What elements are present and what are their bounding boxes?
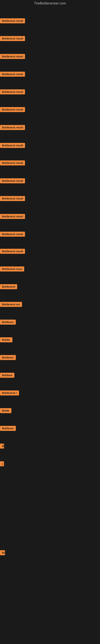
bottleneck-badge[interactable]: Bottleneck result [0, 160, 25, 166]
bottleneck-badge[interactable]: Bottleneck [0, 284, 17, 289]
bottleneck-item[interactable]: Bottleneck result [0, 160, 25, 166]
bottleneck-item[interactable]: B [0, 444, 4, 450]
bottleneck-badge[interactable]: Bottleneck res [0, 302, 22, 307]
bottleneck-item[interactable]: Bottleneck result [0, 36, 25, 42]
bottleneck-badge[interactable]: B [0, 444, 4, 448]
bottleneck-badge[interactable]: Bottleneck result [0, 36, 25, 41]
bottleneck-badge[interactable]: Bottle [0, 408, 11, 413]
bottleneck-item[interactable]: Bottleneck result [0, 214, 25, 220]
bottleneck-item[interactable]: Bottleneck [0, 284, 17, 290]
bottleneck-item[interactable]: Bo [0, 550, 5, 556]
bottleneck-item[interactable]: Bottle [0, 408, 11, 414]
bottleneck-badge[interactable]: Bottler [0, 337, 12, 342]
bottleneck-badge[interactable]: Bottleneck result [0, 107, 25, 112]
bottleneck-badge[interactable]: Bottlene [0, 373, 14, 378]
bottleneck-item[interactable]: Bottleneck result [0, 249, 25, 254]
bottleneck-badge[interactable]: | [0, 461, 4, 466]
bottleneck-badge[interactable]: Bottlenec [0, 355, 16, 360]
bottleneck-badge[interactable]: Bottleneck r [0, 390, 19, 396]
bottleneck-item[interactable]: Bottleneck result [0, 89, 25, 95]
bottleneck-item[interactable]: Bottleneck result [0, 196, 25, 202]
bottleneck-badge[interactable]: Bottleneck result [0, 178, 25, 183]
bottleneck-item[interactable]: Bottleneck result [0, 54, 25, 60]
bottleneck-badge[interactable]: Bottleneck result [0, 89, 25, 94]
bottleneck-badge[interactable]: Bottlenec [0, 320, 16, 324]
bottleneck-item[interactable]: Bottleneck result [0, 143, 25, 149]
site-title: TheBottlenecker.com [0, 0, 100, 7]
bottleneck-badge[interactable]: Bottleneck result [0, 18, 25, 23]
bottleneck-item[interactable]: Bottler [0, 337, 12, 343]
bottleneck-item[interactable]: Bottleneck resul [0, 266, 24, 272]
bottleneck-badge[interactable]: Bottleneck resul [0, 266, 24, 272]
bottleneck-badge[interactable]: Bottleneck result [0, 72, 25, 77]
bottleneck-item[interactable]: Bottleneck result [0, 107, 25, 113]
bottleneck-item[interactable]: Bottleneck result [0, 18, 25, 24]
bottleneck-item[interactable]: Bottlenec [0, 355, 16, 361]
bottleneck-badge[interactable]: Bottleneck result [0, 249, 25, 254]
bottleneck-item[interactable]: Bottleneck r [0, 390, 19, 396]
bottleneck-item[interactable]: Bottleneck res [0, 302, 22, 308]
bottleneck-badge[interactable]: Bottleneck result [0, 54, 25, 59]
bottleneck-badge[interactable]: Bottleneck result [0, 232, 25, 237]
bottleneck-list: Bottleneck resultBottleneck resultBottle… [0, 7, 100, 644]
bottleneck-badge[interactable]: Bottleneck result [0, 214, 25, 219]
bottleneck-badge[interactable]: Bottleneck result [0, 196, 25, 201]
bottleneck-item[interactable]: Bottleneck result [0, 125, 25, 131]
bottleneck-item[interactable]: Bottlenec [0, 426, 16, 432]
bottleneck-badge[interactable]: Bo [0, 550, 5, 555]
bottleneck-item[interactable]: Bottlenec [0, 320, 16, 326]
bottleneck-item[interactable]: Bottlene [0, 373, 14, 378]
bottleneck-item[interactable]: Bottleneck result [0, 178, 25, 184]
bottleneck-badge[interactable]: Bottleneck result [0, 143, 25, 148]
bottleneck-badge[interactable]: Bottleneck result [0, 125, 25, 130]
bottleneck-item[interactable]: Bottleneck result [0, 72, 25, 78]
bottleneck-item[interactable]: Bottleneck result [0, 232, 25, 238]
page-wrapper: TheBottlenecker.com Bottleneck resultBot… [0, 0, 100, 644]
bottleneck-item[interactable]: | [0, 461, 4, 467]
bottleneck-badge[interactable]: Bottlenec [0, 426, 16, 431]
